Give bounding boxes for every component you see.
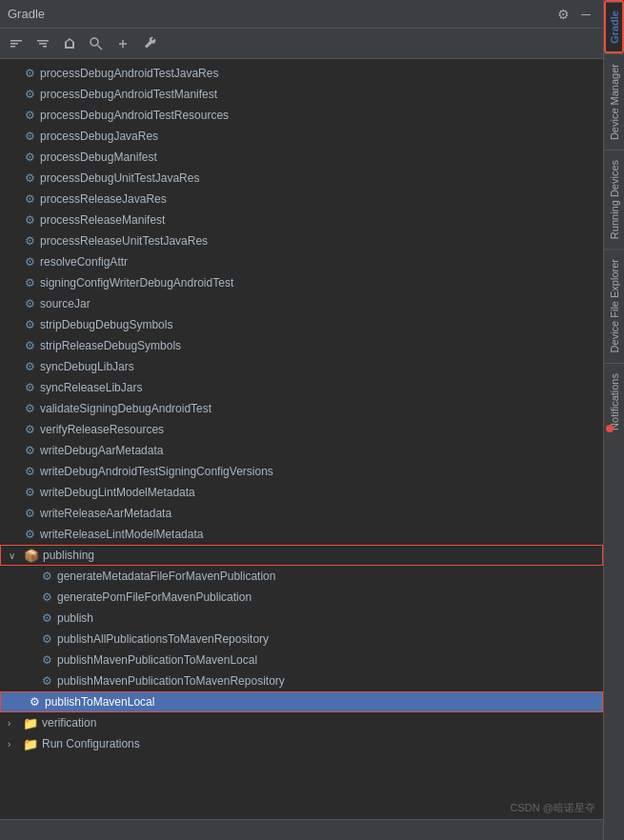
tree-item[interactable]: ⚙stripDebugDebugSymbols <box>0 314 603 335</box>
settings-icon[interactable]: ⚙ <box>555 7 571 22</box>
title-bar: Gradle ⚙ ─ ✕ <box>0 0 624 29</box>
tree-item[interactable]: ⚙validateSigningDebugAndroidTest <box>0 398 603 419</box>
tree-item[interactable]: ⚙verifyReleaseResources <box>0 419 603 440</box>
vertical-tabs: Gradle Device Manager Running Devices De… <box>603 0 624 840</box>
tree-item[interactable]: ⚙processReleaseManifest <box>0 210 603 230</box>
tree-item[interactable]: ⚙resolveConfigAttr <box>0 251 603 272</box>
gear-icon: ⚙ <box>25 444 35 457</box>
tree-item-label: Run Configurations <box>42 737 140 750</box>
tree-item[interactable]: ⚙syncReleaseLibJars <box>0 377 603 398</box>
status-bar: CSDN @暗诺星夺 <box>0 819 624 840</box>
tree-item[interactable]: ⚙publishMavenPublicationToMavenLocal <box>0 650 603 670</box>
device-file-explorer-tab[interactable]: Device File Explorer <box>604 249 624 362</box>
task-label: processReleaseManifest <box>40 213 165 227</box>
tree-item[interactable]: ⚙publish <box>0 608 603 629</box>
tree-item[interactable]: ⚙processReleaseUnitTestJavaRes <box>0 230 603 251</box>
task-label: publish <box>57 611 93 625</box>
gear-icon: ⚙ <box>25 276 35 290</box>
gear-icon: ⚙ <box>25 339 35 352</box>
expand-arrow: ∨ <box>9 550 22 561</box>
gear-icon: ⚙ <box>25 507 35 520</box>
device-manager-tab[interactable]: Device Manager <box>604 53 624 150</box>
tree-item[interactable]: ›📁verification <box>0 712 603 733</box>
gear-icon: ⚙ <box>42 632 52 646</box>
gear-icon: ⚙ <box>25 423 35 436</box>
collapse-alt-button[interactable] <box>59 33 80 54</box>
task-label: validateSigningDebugAndroidTest <box>40 402 211 415</box>
window-title: Gradle <box>8 7 45 21</box>
selection-indicators <box>0 695 3 709</box>
gear-icon: ⚙ <box>25 234 35 248</box>
tree-item[interactable]: ⚙generatePomFileForMavenPublication <box>0 587 603 608</box>
tree-item[interactable]: ⚙writeDebugAndroidTestSigningConfigVersi… <box>0 461 603 482</box>
search-button[interactable] <box>86 33 107 54</box>
minimize-icon[interactable]: ─ <box>578 7 594 22</box>
task-label: publishMavenPublicationToMavenRepository <box>57 674 285 688</box>
gear-icon: ⚙ <box>25 213 35 227</box>
tree-item[interactable]: ⚙processDebugAndroidTestJavaRes <box>0 63 603 84</box>
gear-icon: ⚙ <box>25 297 35 310</box>
gear-icon: ⚙ <box>42 570 52 583</box>
tree-item[interactable]: ⚙processDebugJavaRes <box>0 126 603 147</box>
gear-icon: ⚙ <box>42 611 52 625</box>
tree-item[interactable]: ⚙processDebugAndroidTestManifest <box>0 84 603 105</box>
gear-icon: ⚙ <box>25 88 35 101</box>
tree-item[interactable]: ⚙writeDebugAarMetadata <box>0 440 603 461</box>
tree-item[interactable]: ⚙processDebugManifest <box>0 147 603 168</box>
tree-item[interactable]: ⚙generateMetadataFileForMavenPublication <box>0 566 603 587</box>
gear-icon: ⚙ <box>25 192 35 206</box>
tree-item[interactable]: ⚙syncDebugLibJars <box>0 356 603 377</box>
gear-icon: ⚙ <box>25 528 35 541</box>
gradle-tab-container: Gradle <box>604 0 624 53</box>
tree-item[interactable]: ⚙processDebugUnitTestJavaRes <box>0 168 603 189</box>
link-button[interactable] <box>112 33 133 54</box>
tree-item[interactable]: ⚙publishMavenPublicationToMavenRepositor… <box>0 670 603 691</box>
tree-item[interactable]: ⚙signingConfigWriterDebugAndroidTest <box>0 272 603 293</box>
gear-icon: ⚙ <box>25 130 35 143</box>
tree-item[interactable]: ⚙writeReleaseLintModelMetadata <box>0 524 603 545</box>
collapse-all-button[interactable] <box>32 33 53 54</box>
tree-item-label: verification <box>42 716 96 730</box>
folder-icon: 📦 <box>24 549 39 563</box>
task-label: processDebugAndroidTestManifest <box>40 88 217 101</box>
task-label: writeDebugAarMetadata <box>40 444 163 457</box>
gear-icon: ⚙ <box>30 695 40 709</box>
tree-item[interactable]: ⚙sourceJar <box>0 293 603 314</box>
notifications-tab[interactable]: Notifications <box>604 363 624 440</box>
gear-icon: ⚙ <box>42 653 52 667</box>
task-label: publishToMavenLocal <box>45 695 154 709</box>
svg-point-0 <box>91 38 98 46</box>
running-devices-tab-label: Running Devices <box>609 160 620 239</box>
folder-icon: 📁 <box>23 737 38 751</box>
tree-item[interactable]: ⚙processReleaseJavaRes <box>0 189 603 210</box>
tree-item[interactable]: ⚙processDebugAndroidTestResources <box>0 105 603 126</box>
task-label: writeReleaseAarMetadata <box>40 507 171 520</box>
gradle-tab[interactable]: Gradle <box>606 2 622 51</box>
gear-icon: ⚙ <box>42 590 52 604</box>
gear-icon: ⚙ <box>25 67 35 80</box>
folder-icon: 📁 <box>23 716 38 730</box>
tree-item[interactable]: ⚙publishToMavenLocal <box>0 691 603 712</box>
task-label: writeDebugLintModelMetadata <box>40 486 195 499</box>
expand-arrow: › <box>8 718 21 729</box>
tree-item[interactable]: ⚙stripReleaseDebugSymbols <box>0 335 603 356</box>
toolbar <box>0 29 624 59</box>
task-label: processReleaseJavaRes <box>40 192 167 206</box>
device-manager-tab-label: Device Manager <box>609 64 620 140</box>
tree-item[interactable]: ⚙writeReleaseAarMetadata <box>0 503 603 524</box>
gear-icon: ⚙ <box>25 402 35 415</box>
expand-all-button[interactable] <box>6 33 27 54</box>
tree-item[interactable]: ⚙writeDebugLintModelMetadata <box>0 482 603 503</box>
tree-item[interactable]: ∨📦publishing <box>0 545 603 566</box>
gear-icon: ⚙ <box>25 360 35 373</box>
tree-item-label: publishing <box>43 549 94 562</box>
wrench-button[interactable] <box>139 33 160 54</box>
running-devices-tab[interactable]: Running Devices <box>604 150 624 249</box>
task-label: writeReleaseLintModelMetadata <box>40 528 203 541</box>
task-tree[interactable]: ⚙processDebugAndroidTestJavaRes⚙processD… <box>0 59 603 819</box>
gear-icon: ⚙ <box>25 381 35 394</box>
tree-item[interactable]: ›📁Run Configurations <box>0 733 603 754</box>
notification-badge <box>606 424 614 431</box>
task-label: signingConfigWriterDebugAndroidTest <box>40 276 233 290</box>
tree-item[interactable]: ⚙publishAllPublicationsToMavenRepository <box>0 629 603 650</box>
